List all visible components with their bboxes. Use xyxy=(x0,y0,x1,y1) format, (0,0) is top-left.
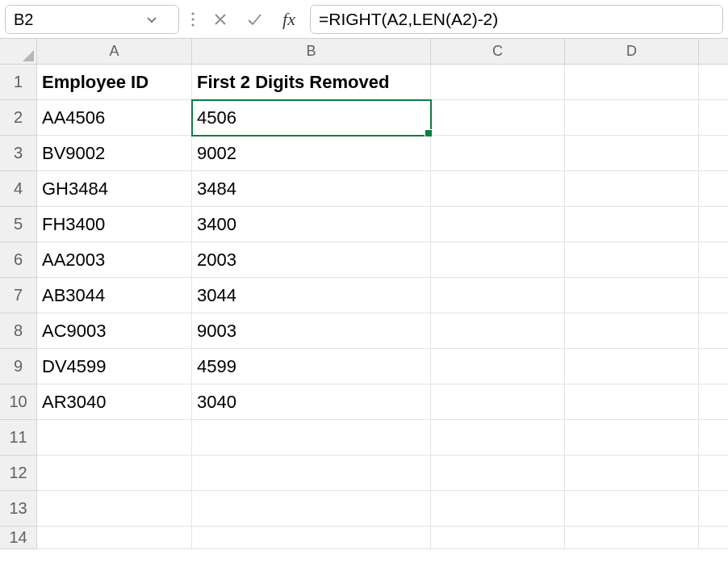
cell-C2[interactable] xyxy=(431,100,565,136)
cell-A3[interactable]: BV9002 xyxy=(37,136,192,171)
cell-A11[interactable] xyxy=(37,420,192,456)
cell-A7[interactable]: AB3044 xyxy=(37,278,192,313)
cell-B2[interactable]: 4506 xyxy=(192,100,431,136)
cell-C3[interactable] xyxy=(431,136,565,171)
cell-C7[interactable] xyxy=(431,278,565,313)
cell-E13[interactable] xyxy=(699,491,728,527)
cell-B6[interactable]: 2003 xyxy=(192,242,431,278)
cell-B3[interactable]: 9002 xyxy=(192,136,431,171)
row-header-6[interactable]: 6 xyxy=(0,242,37,278)
svg-point-0 xyxy=(191,12,194,15)
cell-D4[interactable] xyxy=(565,171,699,207)
cell-B14[interactable] xyxy=(192,527,431,549)
row-header-7[interactable]: 7 xyxy=(0,278,37,313)
cell-C1[interactable] xyxy=(431,65,565,100)
cell-E12[interactable] xyxy=(699,456,728,491)
cell-E7[interactable] xyxy=(699,278,728,313)
cell-D8[interactable] xyxy=(565,313,699,349)
name-box-dropdown-icon[interactable] xyxy=(143,10,161,28)
cell-D11[interactable] xyxy=(565,420,699,456)
row-header-12[interactable]: 12 xyxy=(0,456,37,491)
row-header-8[interactable]: 8 xyxy=(0,313,37,349)
cell-A6[interactable]: AA2003 xyxy=(37,242,192,278)
row-header-10[interactable]: 10 xyxy=(0,384,37,420)
cell-A12[interactable] xyxy=(37,456,192,491)
name-box-input[interactable] xyxy=(14,10,143,29)
formula-bar: fx xyxy=(0,0,728,39)
cell-C12[interactable] xyxy=(431,456,565,491)
row-header-14[interactable]: 14 xyxy=(0,527,37,549)
cell-E1[interactable] xyxy=(699,65,728,100)
cell-E10[interactable] xyxy=(699,384,728,420)
cell-D13[interactable] xyxy=(565,491,699,527)
row-header-13[interactable]: 13 xyxy=(0,491,37,527)
cell-B4[interactable]: 3484 xyxy=(192,171,431,207)
cell-C5[interactable] xyxy=(431,207,565,242)
separator-icon xyxy=(186,5,200,33)
row-header-3[interactable]: 3 xyxy=(0,136,37,171)
select-all-corner[interactable] xyxy=(0,39,37,65)
cell-C8[interactable] xyxy=(431,313,565,349)
cell-C14[interactable] xyxy=(431,527,565,549)
cell-D7[interactable] xyxy=(565,278,699,313)
cell-B8[interactable]: 9003 xyxy=(192,313,431,349)
row-header-11[interactable]: 11 xyxy=(0,420,37,456)
cell-D5[interactable] xyxy=(565,207,699,242)
cell-B1[interactable]: First 2 Digits Removed xyxy=(192,65,431,100)
cell-C9[interactable] xyxy=(431,349,565,384)
col-header-B[interactable]: B xyxy=(192,39,431,65)
cell-B7[interactable]: 3044 xyxy=(192,278,431,313)
cell-B9[interactable]: 4599 xyxy=(192,349,431,384)
cell-D1[interactable] xyxy=(565,65,699,100)
row-header-5[interactable]: 5 xyxy=(0,207,37,242)
cell-A5[interactable]: FH3400 xyxy=(37,207,192,242)
name-box[interactable] xyxy=(5,5,179,34)
cell-B10[interactable]: 3040 xyxy=(192,384,431,420)
cell-E11[interactable] xyxy=(699,420,728,456)
cell-E5[interactable] xyxy=(699,207,728,242)
cell-C10[interactable] xyxy=(431,384,565,420)
spreadsheet-grid[interactable]: A B C D 1 Employee ID First 2 Digits Rem… xyxy=(0,39,728,549)
cell-C4[interactable] xyxy=(431,171,565,207)
cell-B5[interactable]: 3400 xyxy=(192,207,431,242)
row-header-4[interactable]: 4 xyxy=(0,171,37,207)
cell-B12[interactable] xyxy=(192,456,431,491)
cell-D12[interactable] xyxy=(565,456,699,491)
cell-A8[interactable]: AC9003 xyxy=(37,313,192,349)
cell-D6[interactable] xyxy=(565,242,699,278)
cell-D14[interactable] xyxy=(565,527,699,549)
col-header-A[interactable]: A xyxy=(37,39,192,65)
cell-B11[interactable] xyxy=(192,420,431,456)
cell-D3[interactable] xyxy=(565,136,699,171)
insert-function-button[interactable]: fx xyxy=(274,5,303,33)
cell-E8[interactable] xyxy=(699,313,728,349)
cell-A9[interactable]: DV4599 xyxy=(37,349,192,384)
cell-A1[interactable]: Employee ID xyxy=(37,65,192,100)
cell-C6[interactable] xyxy=(431,242,565,278)
cell-A13[interactable] xyxy=(37,491,192,527)
cell-D9[interactable] xyxy=(565,349,699,384)
cell-D10[interactable] xyxy=(565,384,699,420)
cell-C11[interactable] xyxy=(431,420,565,456)
cell-A4[interactable]: GH3484 xyxy=(37,171,192,207)
cell-E2[interactable] xyxy=(699,100,728,136)
cell-A14[interactable] xyxy=(37,527,192,549)
cell-E4[interactable] xyxy=(699,171,728,207)
cell-E14[interactable] xyxy=(699,527,728,549)
col-header-extra[interactable] xyxy=(699,39,728,65)
cell-C13[interactable] xyxy=(431,491,565,527)
cell-A2[interactable]: AA4506 xyxy=(37,100,192,136)
row-header-2[interactable]: 2 xyxy=(0,100,37,136)
cell-E3[interactable] xyxy=(699,136,728,171)
cell-E9[interactable] xyxy=(699,349,728,384)
row-header-9[interactable]: 9 xyxy=(0,349,37,384)
cell-B13[interactable] xyxy=(192,491,431,527)
cell-A10[interactable]: AR3040 xyxy=(37,384,192,420)
formula-input[interactable] xyxy=(319,10,714,29)
row-header-1[interactable]: 1 xyxy=(0,65,37,100)
col-header-C[interactable]: C xyxy=(431,39,565,65)
cell-D2[interactable] xyxy=(565,100,699,136)
formula-input-wrap[interactable] xyxy=(310,5,723,34)
cell-E6[interactable] xyxy=(699,242,728,278)
col-header-D[interactable]: D xyxy=(565,39,699,65)
